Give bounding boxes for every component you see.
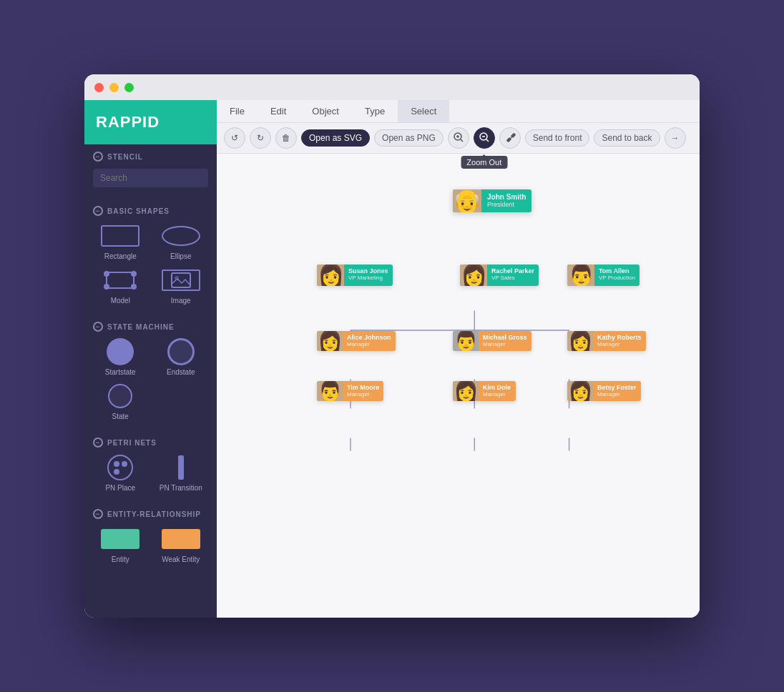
title-bar [84,74,700,100]
shape-pn-transition[interactable]: PN Transition [154,455,209,492]
collapse-state-machine-icon[interactable]: − [93,322,103,332]
entity-relationship-grid: Entity Weak Entity [93,526,208,563]
shape-ellipse[interactable]: Ellipse [154,223,209,260]
state-icon [108,384,132,408]
model-label: Model [111,297,130,305]
menu-edit[interactable]: Edit [258,100,299,122]
weak-entity-icon [162,529,200,549]
pn-transition-preview [160,455,202,480]
shape-endstate[interactable]: Endstate [154,339,209,376]
shape-pn-place[interactable]: PN Place [93,455,148,492]
minimize-button[interactable] [109,83,119,92]
endstate-label: Endstate [167,368,195,376]
menu-bar: File Edit Object Type Select [217,100,700,123]
shape-model[interactable]: Model [93,267,148,305]
undo-icon: ↺ [231,133,238,143]
more-icon: → [671,133,680,143]
pn-transition-label: PN Transition [160,484,202,492]
shape-image[interactable]: Image [154,267,209,305]
president-name: John Smith [487,193,526,201]
collapse-entity-relationship-icon[interactable]: − [93,509,103,519]
sidebar: RAPPID − STENCIL − BASIC SHAPES [84,100,217,618]
node-kathy[interactable]: 👩 Kathy Roberts Manager [567,331,646,351]
open-svg-button[interactable]: Open as SVG [301,129,370,147]
open-png-button[interactable]: Open as PNG [374,129,444,147]
mac-window: RAPPID − STENCIL − BASIC SHAPES [84,74,700,618]
close-button[interactable] [94,83,104,92]
collapse-basic-shapes-icon[interactable]: − [93,206,103,216]
weak-entity-label: Weak Entity [162,555,200,563]
ellipse-icon [162,226,200,246]
menu-select[interactable]: Select [398,100,449,122]
entity-icon [101,529,139,549]
app-brand: RAPPID [84,100,217,144]
startstate-icon [107,338,134,365]
shape-entity[interactable]: Entity [93,526,148,563]
collapse-petri-nets-icon[interactable]: − [93,438,103,448]
node-vp-production[interactable]: 👨 Tom Allen VP Production [567,265,640,286]
pn-place-preview [99,455,142,480]
image-label: Image [171,297,191,305]
more-button[interactable]: → [665,127,686,149]
svg-rect-0 [172,273,190,287]
state-machine-label: STATE MACHINE [107,323,175,331]
node-kim[interactable]: 👩 Kim Dole Manager [453,381,516,401]
shape-startstate[interactable]: Startstate [93,339,148,376]
ellipse-preview [160,223,202,249]
shape-weak-entity[interactable]: Weak Entity [154,526,209,563]
node-vp-marketing[interactable]: 👩 Susan Jones VP Marketing [317,265,393,286]
svg-line-8 [486,139,489,142]
entity-preview [99,526,142,552]
petri-nets-header: − PETRI NETS [93,438,208,448]
send-front-button[interactable]: Send to front [525,129,590,147]
collapse-stencil-icon[interactable]: − [93,152,103,162]
tools-button[interactable] [499,127,521,149]
pn-transition-icon [178,455,184,480]
undo-button[interactable]: ↺ [224,127,245,149]
basic-shapes-header: − BASIC SHAPES [93,206,208,216]
delete-icon: 🗑 [282,133,290,143]
node-alice[interactable]: 👩 Alice Johnson Manager [317,331,396,351]
node-vp-sales[interactable]: 👩 Rachel Parker VP Sales [460,265,539,286]
delete-button[interactable]: 🗑 [275,127,297,149]
startstate-label: Startstate [105,368,136,376]
model-preview [99,267,142,293]
redo-button[interactable]: ↻ [250,127,271,149]
state-preview [99,383,142,409]
shape-state[interactable]: State [93,383,148,420]
zoom-out-button[interactable] [474,127,495,149]
redo-icon: ↻ [257,133,264,143]
menu-file[interactable]: File [217,100,258,122]
zoom-out-icon [479,132,490,145]
petri-nets-grid: PN Place PN Transition [93,455,208,492]
stencil-label: STENCIL [107,153,143,161]
tools-icon [504,132,516,145]
pn-place-icon [107,455,133,480]
maximize-button[interactable] [124,83,134,92]
search-input[interactable] [93,169,208,187]
zoom-in-icon [453,132,464,145]
send-back-button[interactable]: Send to back [594,129,660,147]
menu-object[interactable]: Object [299,100,352,122]
toolbar: ↺ ↻ 🗑 Open as SVG Open as PNG [217,123,700,154]
entity-relationship-section: − ENTITY-RELATIONSHIP Entity Weak [84,502,217,573]
entity-relationship-label: ENTITY-RELATIONSHIP [107,510,201,518]
ellipse-label: Ellipse [170,252,191,260]
node-president[interactable]: 👴 John Smith President [453,189,531,212]
zoom-in-button[interactable] [448,127,469,149]
shape-rectangle[interactable]: Rectangle [93,223,148,260]
node-tim[interactable]: 👨 Tim Moore Manager [317,381,383,401]
basic-shapes-section: − BASIC SHAPES Rectangle Ellipse [84,199,217,315]
node-michael[interactable]: 👨 Michael Gross Manager [453,331,531,351]
state-machine-section: − STATE MACHINE Startstate Endsta [84,315,217,430]
canvas-area[interactable]: 👴 John Smith President 👩 [217,154,700,618]
svg-line-5 [461,139,463,142]
stencil-header: − STENCIL [93,152,208,162]
startstate-preview [99,339,142,365]
state-machine-grid: Startstate Endstate State [93,339,208,420]
menu-type[interactable]: Type [352,100,398,122]
node-betsy[interactable]: 👩 Betsy Foster Manager [567,381,641,401]
endstate-preview [160,339,202,365]
stencil-section: − STENCIL [84,144,217,199]
president-title: President [487,201,526,208]
